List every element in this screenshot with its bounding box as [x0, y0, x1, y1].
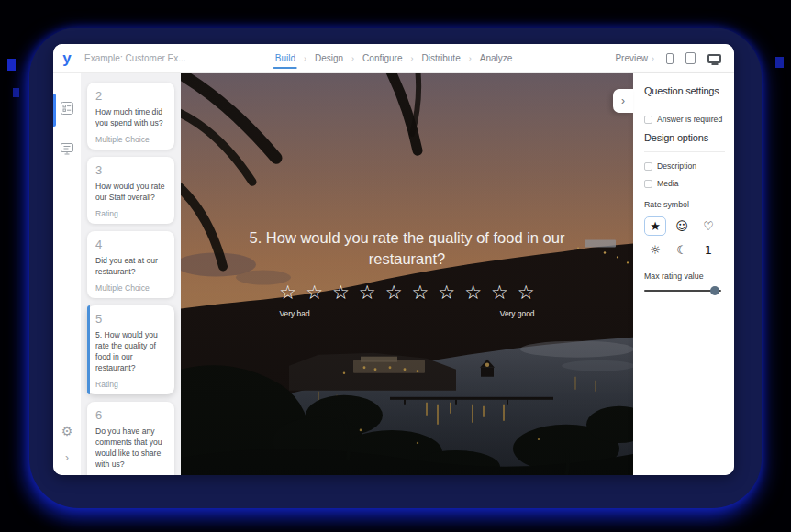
chevron-right-icon: ›	[652, 54, 654, 63]
question-card[interactable]: 55. How would you rate the quality of fo…	[87, 305, 174, 394]
sun-symbol-icon[interactable]: ☼	[644, 240, 666, 260]
answer-required-toggle[interactable]: Answer is required	[644, 115, 729, 124]
star-outline-icon[interactable]: ☆	[279, 283, 296, 303]
question-text: 5. How would you rate the quality of foo…	[228, 227, 586, 270]
main-area: ⚙ › 2How much time did you spend with us…	[53, 73, 734, 475]
glow-artifact	[7, 59, 16, 71]
survey-title: Example: Customer Ex...	[84, 53, 186, 63]
answer-required-checkbox[interactable]	[644, 116, 652, 124]
question-card[interactable]: 3How would you rate our Staff overall?Ra…	[87, 157, 174, 224]
glow-artifact	[775, 57, 784, 68]
question-card-type: Rating	[95, 380, 168, 389]
question-card-number: 2	[95, 89, 168, 103]
tab-build[interactable]: Build	[275, 44, 295, 72]
top-bar-right: Preview ›	[615, 52, 734, 64]
divider	[644, 105, 725, 105]
question-card-number: 3	[95, 163, 168, 177]
star-outline-icon[interactable]: ☆	[412, 283, 429, 303]
tab-design[interactable]: Design	[315, 44, 343, 72]
survey-preview-area: 5. How would you rate the quality of foo…	[181, 73, 633, 475]
question-card-text: 5. How would you rate the quality of foo…	[95, 329, 168, 373]
star-outline-icon[interactable]: ☆	[438, 283, 455, 303]
question-card[interactable]: 4Did you eat at our restaurant?Multiple …	[87, 231, 174, 298]
questions-list-icon[interactable]	[60, 101, 74, 119]
glow-artifact	[13, 88, 19, 97]
panel-title: Question settings	[644, 85, 729, 96]
collapse-sidebar-chevron-icon[interactable]: ›	[65, 451, 69, 464]
question-cards-panel: 2How much time did you spend with us?Mul…	[81, 73, 181, 475]
chevron-separator-icon: ›	[469, 54, 472, 63]
max-rating-slider-thumb[interactable]	[710, 286, 719, 295]
question-card-type: Multiple Choice	[95, 135, 168, 144]
rate-symbol-grid: ★☺♡☼☾1	[644, 216, 729, 260]
media-toggle[interactable]: Media	[644, 179, 729, 188]
description-label: Description	[657, 161, 696, 171]
media-label: Media	[657, 179, 678, 188]
max-rating-slider[interactable]	[644, 290, 721, 292]
question-card-number: 6	[95, 408, 168, 422]
heart-symbol-icon[interactable]: ♡	[697, 216, 719, 236]
question-settings-panel: Question settings Answer is required Des…	[633, 73, 734, 475]
answer-required-label: Answer is required	[657, 115, 722, 124]
moon-symbol-icon[interactable]: ☾	[671, 240, 693, 260]
question-card-type: Rating	[95, 209, 168, 218]
star-outline-icon[interactable]: ☆	[306, 283, 323, 303]
rating-stars: ☆☆☆☆☆☆☆☆☆☆	[181, 283, 633, 303]
star-outline-icon[interactable]: ☆	[359, 283, 376, 303]
divider	[644, 151, 725, 152]
left-icon-rail: ⚙ ›	[53, 73, 81, 475]
question-card-type: Multiple Choice	[95, 283, 168, 293]
design-options-title: Design options	[644, 132, 729, 143]
max-scale-label: Very good	[500, 309, 535, 318]
min-scale-label: Very bad	[280, 309, 310, 318]
question-preview: 5. How would you rate the quality of foo…	[181, 227, 633, 318]
description-toggle[interactable]: Description	[644, 161, 729, 171]
rate-symbol-label: Rate symbol	[644, 200, 729, 209]
top-navigation: Build › Design › Configure › Distribute …	[275, 44, 513, 72]
tab-analyze[interactable]: Analyze	[480, 44, 513, 72]
chevron-separator-icon: ›	[351, 54, 354, 63]
preview-button[interactable]: Preview ›	[615, 53, 654, 63]
settings-gear-icon[interactable]: ⚙	[61, 424, 73, 438]
app-logo[interactable]: y	[53, 50, 81, 66]
design-board-icon[interactable]	[60, 141, 74, 160]
active-tab-indicator	[53, 94, 56, 127]
stage: y Example: Customer Ex... Build › Design…	[0, 0, 791, 532]
question-card-number: 4	[95, 238, 168, 251]
preview-label: Preview	[615, 53, 648, 63]
chevron-separator-icon: ›	[410, 54, 413, 63]
star-outline-icon[interactable]: ☆	[518, 283, 535, 303]
question-card[interactable]: 2How much time did you spend with us?Mul…	[87, 83, 174, 150]
question-card-text: Did you eat at our restaurant?	[95, 255, 168, 277]
chevron-separator-icon: ›	[304, 54, 306, 63]
star-outline-icon[interactable]: ☆	[464, 283, 482, 303]
desktop-preview-icon[interactable]	[707, 54, 721, 63]
question-card-text: How would you rate our Staff overall?	[95, 181, 168, 203]
phone-preview-icon[interactable]	[666, 53, 674, 64]
max-rating-label: Max rating value	[644, 272, 729, 281]
tab-configure[interactable]: Configure	[362, 44, 402, 72]
star-outline-icon[interactable]: ☆	[491, 283, 508, 303]
rating-scale-labels: Very bad Very good	[280, 309, 535, 318]
question-card-text: How much time did you spend with us?	[95, 106, 168, 128]
question-card-text: Do you have any comments that you would …	[95, 426, 168, 470]
media-checkbox[interactable]	[644, 180, 652, 188]
question-card-number: 5	[95, 312, 168, 326]
star-symbol-icon[interactable]: ★	[644, 216, 666, 236]
smiley-symbol-icon[interactable]: ☺	[671, 216, 693, 236]
collapse-settings-panel-button[interactable]: ›	[613, 89, 633, 113]
description-checkbox[interactable]	[644, 162, 652, 171]
tab-distribute[interactable]: Distribute	[421, 44, 460, 72]
question-card[interactable]: 6Do you have any comments that you would…	[87, 402, 174, 475]
top-bar: y Example: Customer Ex... Build › Design…	[53, 44, 734, 73]
app-window: y Example: Customer Ex... Build › Design…	[53, 44, 734, 475]
number-one-symbol-icon[interactable]: 1	[697, 240, 719, 260]
chevron-right-icon: ›	[621, 94, 625, 107]
star-outline-icon[interactable]: ☆	[385, 283, 403, 303]
question-cards-list: 2How much time did you spend with us?Mul…	[87, 83, 174, 475]
star-outline-icon[interactable]: ☆	[332, 283, 350, 303]
tablet-preview-icon[interactable]	[685, 52, 696, 64]
